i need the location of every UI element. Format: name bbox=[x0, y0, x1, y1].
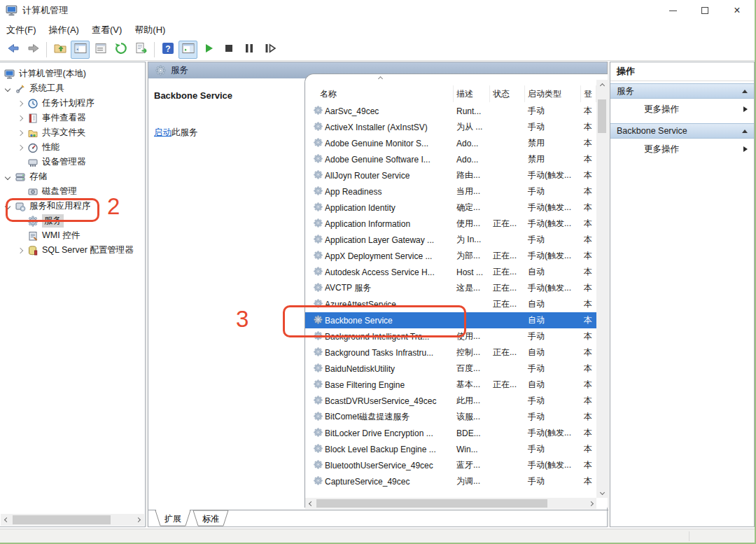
service-row[interactable]: BluetoothUserService_49cec蓝牙...手动(触发...本 bbox=[305, 457, 596, 473]
list-horizontal-scrollbar[interactable] bbox=[305, 498, 596, 509]
scheduler-icon bbox=[27, 98, 38, 109]
service-row[interactable]: Application Information使用...正在...手动(触发..… bbox=[305, 216, 596, 232]
collapse-section-icon[interactable] bbox=[742, 130, 748, 133]
service-cell-status: 正在... bbox=[490, 266, 525, 278]
close-button[interactable]: × bbox=[721, 0, 753, 21]
tree-item-11[interactable]: WMI 控件 bbox=[0, 228, 145, 243]
tree-item-0[interactable]: 计算机管理(本地) bbox=[0, 67, 145, 81]
service-row[interactable]: BitComet磁盘提速服务该服...手动本 bbox=[305, 409, 596, 425]
service-cell-startup: 手动(触发... bbox=[525, 282, 581, 294]
scroll-right-button[interactable] bbox=[585, 498, 596, 509]
service-row[interactable]: BcastDVRUserService_49cec此用...手动本 bbox=[305, 393, 596, 409]
start-service-button[interactable] bbox=[199, 41, 218, 59]
expand-icon[interactable] bbox=[18, 130, 23, 135]
tree-item-6[interactable]: 设备管理器 bbox=[0, 155, 145, 169]
menu-item-1[interactable]: 操作(A) bbox=[43, 22, 85, 39]
scrollbar-thumb[interactable] bbox=[598, 99, 606, 133]
column-header-label: 登 bbox=[584, 88, 592, 100]
start-service-link[interactable]: 启动 bbox=[154, 127, 172, 137]
tree-item-7[interactable]: 存储 bbox=[0, 169, 145, 184]
refresh-button[interactable] bbox=[111, 41, 130, 59]
collapse-icon[interactable] bbox=[5, 203, 10, 209]
service-row[interactable]: App Readiness当用...手动本 bbox=[305, 183, 596, 200]
menu-item-2[interactable]: 查看(V) bbox=[85, 22, 128, 39]
scroll-left-button[interactable] bbox=[305, 498, 316, 509]
collapse-icon[interactable] bbox=[5, 174, 10, 179]
action-pane-toggle-button[interactable] bbox=[178, 41, 197, 59]
close-icon: × bbox=[734, 5, 740, 16]
service-row[interactable]: AVCTP 服务这是...正在...手动(触发...本 bbox=[305, 280, 596, 296]
help-button[interactable]: ? bbox=[158, 41, 177, 59]
tree-item-10[interactable]: 服务 bbox=[0, 214, 145, 228]
service-row[interactable]: Block Level Backup Engine ...Win...手动本 bbox=[305, 441, 596, 457]
back-arrow-button[interactable] bbox=[4, 41, 22, 59]
expand-icon[interactable] bbox=[18, 247, 23, 253]
service-row[interactable]: BitLocker Drive Encryption ...BDE...手动(触… bbox=[305, 425, 596, 441]
service-row[interactable]: AarSvc_49cecRunt...手动本 bbox=[305, 103, 596, 119]
tree-horizontal-scrollbar[interactable] bbox=[1, 514, 144, 526]
service-row[interactable]: Background Tasks Infrastru...控制...正在...自… bbox=[305, 344, 596, 361]
scroll-left-button[interactable] bbox=[1, 514, 13, 526]
actions-section-header-0[interactable]: 服务 bbox=[610, 83, 754, 99]
service-row[interactable]: Background Intelligent Tra...使用...手动本 bbox=[305, 328, 596, 344]
stop-service-button[interactable] bbox=[219, 41, 238, 59]
service-row[interactable]: CaptureService_49cec为调...手动本 bbox=[305, 473, 596, 489]
scroll-down-button[interactable] bbox=[596, 487, 608, 498]
pause-service-button[interactable] bbox=[239, 41, 258, 59]
column-header-2[interactable]: 状态 bbox=[490, 85, 525, 102]
export-list-button[interactable] bbox=[132, 41, 150, 59]
service-row[interactable]: Application Layer Gateway ...为 In...手动本 bbox=[305, 232, 596, 248]
service-row[interactable]: AppX Deployment Service ...为部...正在...手动(… bbox=[305, 248, 596, 264]
tree-item-3[interactable]: 事件查看器 bbox=[0, 111, 145, 125]
service-row[interactable]: ActiveX Installer (AxInstSV)为从 ...手动本 bbox=[305, 119, 596, 135]
tree-item-9[interactable]: 服务和应用程序 bbox=[0, 199, 145, 214]
service-row[interactable]: AllJoyn Router Service路由...手动(触发...本 bbox=[305, 167, 596, 183]
scroll-right-button[interactable] bbox=[132, 514, 144, 526]
tree-item-5[interactable]: 性能 bbox=[0, 140, 145, 155]
service-row[interactable]: BaiduNetdiskUtility百度...手动本 bbox=[305, 361, 596, 377]
scrollbar-thumb[interactable] bbox=[13, 515, 111, 524]
tab-extended[interactable]: 扩展 bbox=[155, 510, 190, 526]
actions-item-more-actions[interactable]: 更多操作 bbox=[610, 141, 754, 158]
tree-item-4[interactable]: 共享文件夹 bbox=[0, 125, 145, 140]
service-cell-name: Base Filtering Engine bbox=[325, 380, 454, 390]
column-header-3[interactable]: 启动类型 bbox=[525, 85, 581, 102]
service-row[interactable]: Adobe Genuine Software I...Ado...禁用本 bbox=[305, 151, 596, 167]
column-header-0[interactable]: 名称 bbox=[305, 85, 454, 102]
collapse-icon[interactable] bbox=[5, 85, 10, 91]
expand-icon[interactable] bbox=[18, 115, 23, 120]
properties-window-button[interactable] bbox=[91, 41, 110, 59]
service-row[interactable]: Application Identity确定...手动(触发...本 bbox=[305, 200, 596, 216]
actions-section-header-1[interactable]: Backbone Service bbox=[610, 123, 754, 139]
console-tree-toggle-button[interactable] bbox=[71, 41, 90, 59]
service-row[interactable]: Base Filtering Engine基本...正在...自动本 bbox=[305, 377, 596, 393]
restart-service-button[interactable] bbox=[260, 41, 279, 59]
minimize-button[interactable] bbox=[657, 0, 689, 21]
service-row[interactable]: Backbone Service自动本 bbox=[305, 312, 596, 328]
tree-item-1[interactable]: 系统工具 bbox=[0, 81, 145, 96]
menu-item-0[interactable]: 文件(F) bbox=[0, 22, 43, 39]
scrollbar-thumb[interactable] bbox=[316, 499, 547, 508]
expand-icon[interactable] bbox=[18, 100, 23, 106]
list-vertical-scrollbar[interactable] bbox=[596, 80, 608, 498]
collapse-section-icon[interactable] bbox=[742, 90, 748, 93]
service-row[interactable]: Autodesk Access Service H...Host ...正在..… bbox=[305, 264, 596, 280]
service-row[interactable]: Adobe Genuine Monitor S...Ado...禁用本 bbox=[305, 135, 596, 151]
service-cell-startup: 手动 bbox=[525, 443, 581, 455]
tab-standard[interactable]: 标准 bbox=[193, 510, 228, 526]
actions-item-more-actions[interactable]: 更多操作 bbox=[610, 101, 754, 118]
forward-arrow-button[interactable] bbox=[24, 41, 43, 59]
tree-item-8[interactable]: 磁盘管理 bbox=[0, 184, 145, 199]
folder-up-button[interactable] bbox=[50, 41, 69, 59]
service-row[interactable] bbox=[305, 489, 596, 498]
tree-item-2[interactable]: 任务计划程序 bbox=[0, 96, 145, 111]
column-header-4[interactable]: 登 bbox=[581, 85, 596, 102]
menu-item-3[interactable]: 帮助(H) bbox=[128, 22, 172, 39]
column-header-1[interactable]: 描述 bbox=[454, 85, 490, 102]
tree-item-12[interactable]: SQL Server 配置管理器 bbox=[0, 243, 145, 258]
expand-icon[interactable] bbox=[18, 144, 23, 150]
maximize-button[interactable] bbox=[689, 0, 721, 21]
service-cell-startup: 手动 bbox=[525, 105, 581, 117]
scroll-up-button[interactable] bbox=[596, 80, 608, 91]
service-row[interactable]: AzureAttestService正在...自动本 bbox=[305, 296, 596, 312]
